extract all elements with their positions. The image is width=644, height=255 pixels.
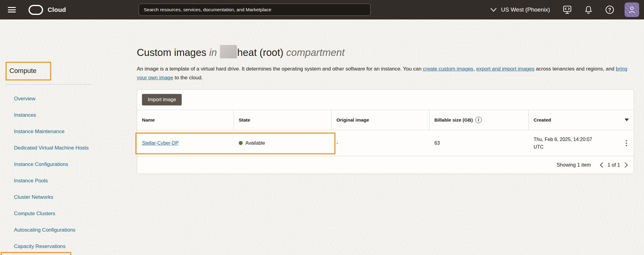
page-title-main: Custom images — [137, 47, 206, 58]
created-date: Thu, Feb 6, 2025, 14:20:07 — [534, 136, 615, 143]
cell-created: Thu, Feb 6, 2025, 14:20:07 UTC — [529, 136, 634, 151]
status-label: Available — [245, 140, 265, 146]
region-selector[interactable]: US West (Phoenix) — [490, 6, 550, 13]
hamburger-menu-icon[interactable] — [8, 7, 16, 12]
cell-original-image: - — [332, 140, 430, 146]
page-indicator: 1 of 1 — [608, 162, 620, 168]
page-title-in: in — [209, 47, 217, 58]
column-header-created[interactable]: Created — [529, 110, 634, 130]
column-header-billable-size: Billable size (GB) i — [430, 110, 529, 130]
sidebar-item-instances[interactable]: Instances — [0, 107, 92, 123]
status-available-icon — [239, 141, 243, 145]
sort-descending-icon — [625, 119, 629, 121]
page-title-suffix: compartment — [286, 47, 345, 58]
notifications-button[interactable] — [585, 5, 592, 14]
import-image-button[interactable]: Import image — [142, 94, 182, 105]
region-label: US West (Phoenix) — [501, 6, 550, 13]
custom-images-panel: Import image Name State Original image B… — [137, 89, 634, 174]
panel-footer: Showing 1 item 1 of 1 — [137, 156, 634, 174]
previous-page-button[interactable] — [599, 161, 604, 169]
sidebar-nav: Overview Instances Instance Maintenance … — [0, 91, 92, 255]
chevron-down-icon — [490, 8, 497, 12]
created-timezone: UTC — [534, 143, 615, 151]
description-text: to the cloud. — [173, 75, 203, 81]
chevron-right-icon — [624, 162, 628, 168]
compute-sidebar: Compute Overview Instances Instance Main… — [0, 19, 92, 255]
redacted-compartment-name — [220, 45, 237, 58]
oracle-logo-icon — [29, 5, 43, 15]
export-import-images-link[interactable]: export and import images — [476, 66, 534, 72]
next-page-button[interactable] — [624, 161, 629, 169]
cell-state: Available — [234, 140, 332, 146]
cell-billable-size: 63 — [430, 140, 529, 146]
cloud-shell-icon — [563, 5, 572, 14]
info-icon[interactable]: i — [475, 117, 482, 123]
table-row: Stellar-Cyber-DP Available - 63 Thu, Feb… — [137, 130, 634, 156]
sidebar-divider — [5, 84, 92, 84]
create-custom-images-link[interactable]: create custom images — [423, 66, 473, 72]
page-description: An image is a template of a virtual hard… — [137, 64, 634, 82]
help-icon: ? — [605, 5, 614, 14]
sidebar-item-autoscaling-configurations[interactable]: Autoscaling Configurations — [0, 222, 92, 238]
column-header-state: State — [234, 110, 332, 130]
sidebar-item-instance-pools[interactable]: Instance Pools — [0, 173, 92, 189]
topbar: Cloud US West (Phoenix) — [0, 0, 644, 19]
panel-toolbar: Import image — [137, 90, 634, 110]
description-text: , — [473, 66, 476, 72]
row-actions-kebab-icon[interactable] — [624, 138, 629, 148]
page-title-compartment: heat (root) — [237, 47, 283, 58]
description-text: An image is a template of a virtual hard… — [137, 66, 423, 72]
sidebar-item-instance-maintenance[interactable]: Instance Maintenance — [0, 123, 92, 140]
image-name-link[interactable]: Stellar-Cyber-DP — [142, 140, 179, 146]
sidebar-item-instance-configurations[interactable]: Instance Configurations — [0, 156, 92, 173]
pagination: 1 of 1 — [599, 161, 629, 169]
chevron-left-icon — [599, 162, 603, 168]
page-title: Custom images inheat (root) compartment — [137, 45, 634, 59]
sidebar-item-cluster-networks[interactable]: Cluster Networks — [0, 189, 92, 205]
table-header: Name State Original image Billable size … — [137, 110, 634, 130]
sidebar-item-compute-clusters[interactable]: Compute Clusters — [0, 205, 92, 222]
user-menu-button[interactable] — [625, 2, 639, 17]
brand[interactable]: Cloud — [29, 5, 66, 15]
column-header-original-image: Original image — [332, 110, 430, 130]
sidebar-item-dedicated-vm-hosts[interactable]: Dedicated Virtual Machine Hosts — [0, 140, 92, 156]
showing-items-label: Showing 1 item — [557, 162, 591, 168]
svg-text:?: ? — [608, 7, 611, 12]
column-header-label: Billable size (GB) — [434, 117, 473, 123]
sidebar-item-capacity-reservations[interactable]: Capacity Reservations — [0, 238, 92, 255]
main-content: Custom images inheat (root) compartment … — [92, 19, 644, 255]
description-text: across tenancies and regions, and — [534, 66, 616, 72]
help-button[interactable]: ? — [605, 5, 614, 14]
user-avatar-icon — [628, 5, 636, 14]
cloud-shell-button[interactable] — [563, 5, 572, 14]
column-header-label: Created — [534, 117, 551, 123]
brand-label: Cloud — [48, 6, 66, 13]
search-input[interactable] — [139, 4, 371, 16]
column-header-name: Name — [137, 110, 234, 130]
sidebar-item-overview[interactable]: Overview — [0, 91, 92, 107]
bell-icon — [585, 5, 592, 14]
cell-name: Stellar-Cyber-DP — [137, 140, 234, 146]
sidebar-section-title: Compute — [9, 67, 36, 75]
